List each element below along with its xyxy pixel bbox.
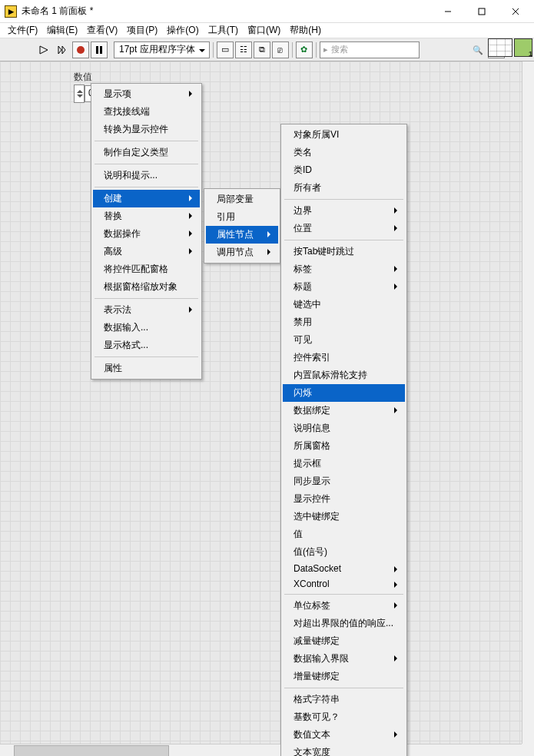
menu-item[interactable]: 值(信号) xyxy=(283,543,405,561)
connector-pane[interactable] xyxy=(488,38,512,57)
maximize-button[interactable] xyxy=(465,0,499,22)
menu-item[interactable]: 将控件匹配窗格 xyxy=(93,260,200,278)
menu-item[interactable]: 窗口(W) xyxy=(243,23,285,38)
menu-item[interactable]: 数据绑定 xyxy=(283,402,405,419)
menu-item[interactable]: 位置 xyxy=(283,220,405,237)
distribute-button[interactable]: ☷ xyxy=(235,41,252,58)
menu-item[interactable]: 查找接线端 xyxy=(93,103,200,121)
menu-item[interactable]: 说明信息 xyxy=(283,419,405,437)
menu-item[interactable]: 显示控件 xyxy=(283,490,405,508)
menu-item[interactable]: 内置鼠标滑轮支持 xyxy=(283,366,405,384)
menu-item[interactable]: 显示格式... xyxy=(93,337,200,354)
menu-item[interactable]: 编辑(E) xyxy=(42,23,82,38)
menu-item[interactable]: XControl xyxy=(283,576,405,592)
search-input[interactable]: ▸搜索 xyxy=(320,41,420,58)
svg-rect-1 xyxy=(479,8,485,15)
numeric-label: 数值 xyxy=(74,71,111,84)
menu-item[interactable]: 单位标签 xyxy=(283,597,405,615)
create-submenu[interactable]: 局部变量引用属性节点调用节点 xyxy=(204,188,280,264)
menu-item[interactable]: 查看(V) xyxy=(82,23,122,38)
menu-item[interactable]: 格式字符串 xyxy=(283,691,405,708)
menu-item[interactable]: DataSocket xyxy=(283,561,405,576)
menu-item[interactable]: 数值文本 xyxy=(283,726,405,744)
menu-item[interactable]: 数据输入... xyxy=(93,319,200,337)
menu-item[interactable]: 帮助(H) xyxy=(285,23,326,38)
menu-item[interactable]: 文件(F) xyxy=(3,23,42,38)
menu-item[interactable]: 基数可见？ xyxy=(283,708,405,726)
menu-item[interactable]: 可见 xyxy=(283,331,405,349)
menu-item[interactable]: 调用节点 xyxy=(206,244,278,261)
menu-item[interactable]: 键选中 xyxy=(283,296,405,313)
search-icon[interactable]: 🔍 xyxy=(469,41,486,58)
menu-item[interactable]: 替换 xyxy=(93,207,200,225)
menu-item[interactable]: 按Tab键时跳过 xyxy=(283,243,405,260)
menu-item[interactable]: 操作(O) xyxy=(162,23,203,38)
settings-button[interactable]: ✿ xyxy=(296,41,313,58)
svg-rect-4 xyxy=(96,46,98,54)
menu-item[interactable]: 标题 xyxy=(283,278,405,296)
menu-item[interactable]: 显示项 xyxy=(93,85,200,103)
font-selector[interactable]: 17pt 应用程序字体 xyxy=(114,41,210,58)
menu-item[interactable]: 增量键绑定 xyxy=(283,668,405,685)
menu-item[interactable]: 数据操作 xyxy=(93,225,200,243)
menu-item[interactable]: 根据窗格缩放对象 xyxy=(93,278,200,296)
minimize-button[interactable] xyxy=(431,0,465,22)
front-panel-canvas[interactable]: 数值 0 xyxy=(0,61,534,756)
property-node-submenu[interactable]: 对象所属VI类名类ID所有者边界位置按Tab键时跳过标签标题键选中禁用可见控件索… xyxy=(280,124,407,756)
svg-rect-5 xyxy=(100,46,102,54)
spin-buttons[interactable] xyxy=(74,85,85,103)
menu-item[interactable]: 表示法 xyxy=(93,301,200,319)
menu-item[interactable]: 类ID xyxy=(283,161,405,179)
menu-item[interactable]: 减量键绑定 xyxy=(283,632,405,650)
menu-item[interactable]: 边界 xyxy=(283,202,405,220)
app-icon: ▶ xyxy=(5,5,17,18)
menu-item[interactable]: 工具(T) xyxy=(204,23,243,38)
menu-item[interactable]: 所属窗格 xyxy=(283,437,405,455)
close-button[interactable] xyxy=(499,0,532,22)
align-button[interactable]: ▭ xyxy=(217,41,234,58)
menu-item[interactable]: 对象所属VI xyxy=(283,126,405,144)
menu-item[interactable]: 数据输入界限 xyxy=(283,650,405,668)
menu-item[interactable]: 值 xyxy=(283,526,405,543)
context-menu[interactable]: 显示项查找接线端转换为显示控件制作自定义类型说明和提示...创建替换数据操作高级… xyxy=(91,83,202,380)
menu-item[interactable]: 选中键绑定 xyxy=(283,508,405,526)
horizontal-scrollbar[interactable] xyxy=(0,744,522,756)
menu-item[interactable]: 同步显示 xyxy=(283,472,405,490)
menu-item[interactable]: 属性 xyxy=(93,360,200,377)
menu-item[interactable]: 标签 xyxy=(283,260,405,278)
abort-button[interactable] xyxy=(72,41,89,58)
run-button[interactable] xyxy=(35,41,52,58)
window-title: 未命名 1 前面板 * xyxy=(22,5,431,18)
menu-item[interactable]: 对超出界限的值的响应... xyxy=(283,615,405,632)
menu-item[interactable]: 闪烁 xyxy=(283,384,405,402)
vertical-scrollbar[interactable] xyxy=(522,61,534,744)
menu-item[interactable]: 所有者 xyxy=(283,179,405,197)
menu-item[interactable]: 引用 xyxy=(206,208,278,226)
menu-item[interactable]: 类名 xyxy=(283,144,405,161)
menu-item[interactable]: 控件索引 xyxy=(283,349,405,366)
menu-item[interactable]: 局部变量 xyxy=(206,191,278,208)
reorder-button[interactable]: ⎚ xyxy=(272,41,289,58)
menu-item[interactable]: 高级 xyxy=(93,243,200,260)
menu-item[interactable]: 项目(P) xyxy=(122,23,162,38)
menu-item[interactable]: 禁用 xyxy=(283,313,405,331)
menu-item[interactable]: 创建 xyxy=(93,190,200,207)
menu-item[interactable]: 文本宽度 xyxy=(283,744,405,756)
menu-item[interactable]: 属性节点 xyxy=(206,226,278,244)
menu-item[interactable]: 制作自定义类型 xyxy=(93,144,200,161)
run-continuous-button[interactable] xyxy=(54,41,71,58)
menu-item[interactable]: 说明和提示... xyxy=(93,167,200,184)
resize-button[interactable]: ⧉ xyxy=(254,41,270,58)
vi-icon[interactable] xyxy=(514,38,532,57)
menu-item[interactable]: 提示框 xyxy=(283,455,405,472)
menu-item[interactable]: 转换为显示控件 xyxy=(93,121,200,138)
pause-button[interactable] xyxy=(91,41,108,58)
